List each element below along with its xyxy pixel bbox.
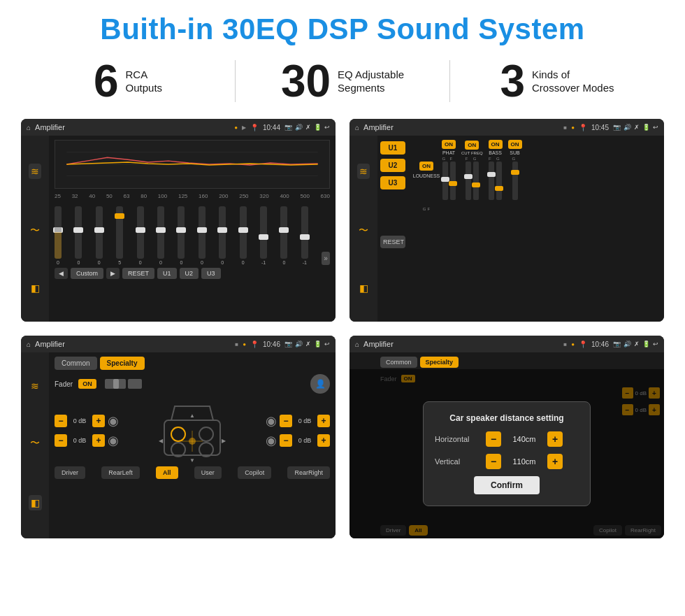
dialog-topbar-title: Amplifier — [363, 340, 559, 348]
db-value-4: 0 dB — [295, 437, 315, 444]
copilot-btn[interactable]: Copilot — [238, 466, 271, 479]
eq-slider-11[interactable]: -1 — [260, 206, 267, 265]
eq-prev-btn[interactable]: ◀ — [55, 268, 68, 279]
sp-wifi-icon: ✗ — [305, 341, 311, 348]
speaker-diagram-row: − 0 dB + ◉ − 0 dB + ◉ — [55, 399, 330, 462]
amp-reset-btn[interactable]: RESET — [380, 236, 405, 248]
amp-speaker-icon[interactable]: ◧ — [359, 282, 368, 294]
amp-eq-icon[interactable]: ≋ — [357, 164, 370, 179]
eq-slider-2[interactable]: 0 — [75, 206, 82, 265]
eq-u2-btn[interactable]: U2 — [180, 268, 199, 279]
profile-btn[interactable]: 👤 — [310, 374, 330, 394]
eq-slider-13[interactable]: -1 — [301, 206, 308, 265]
eq-slider-1[interactable]: 0 — [55, 206, 62, 265]
db-controls-right: ◉ − 0 dB + ◉ − 0 dB + — [266, 413, 330, 448]
horizontal-minus-btn[interactable]: − — [486, 431, 501, 447]
amp-wave-icon[interactable]: 〜 — [359, 224, 368, 237]
dialog-screen: ⌂ Amplifier ■ ● 📍 10:46 📷 🔊 ✗ 🔋 ↩ Comm — [349, 336, 664, 538]
dialog-box: Car speaker distance setting Horizontal … — [423, 401, 591, 506]
eq-slider-9[interactable]: 0 — [219, 206, 226, 265]
user-btn[interactable]: User — [194, 466, 222, 479]
eq-more-btn[interactable]: » — [322, 252, 330, 265]
svg-text:▲: ▲ — [189, 413, 195, 419]
speaker-icon-r: ◉ — [266, 413, 277, 429]
eq-sidebar-speaker-icon[interactable]: ◧ — [31, 282, 40, 294]
db-plus-4[interactable]: + — [317, 434, 330, 447]
phat-name: PHAT — [442, 150, 455, 155]
eq-slider-10[interactable]: 0 — [240, 206, 247, 265]
amp-topbar-icons: 📷 🔊 ✗ 🔋 ↩ — [613, 124, 658, 131]
amp-u1-btn[interactable]: U1 — [380, 141, 405, 155]
amp-content: ≋ 〜 ◧ U1 U2 U3 RESET — [349, 136, 664, 322]
eq-sidebar: ≋ 〜 ◧ — [21, 136, 49, 322]
db-plus-1[interactable]: + — [92, 415, 105, 427]
rearleft-btn[interactable]: RearLeft — [101, 466, 140, 479]
sp-wave-icon[interactable]: 〜 — [30, 437, 40, 450]
vertical-minus-btn[interactable]: − — [486, 454, 501, 469]
amp-status-sq: ■ — [563, 124, 567, 131]
back-icon[interactable]: ↩ — [324, 124, 330, 131]
amp-back-icon[interactable]: ↩ — [653, 124, 658, 131]
driver-btn[interactable]: Driver — [55, 466, 85, 479]
dl-back-icon[interactable]: ↩ — [653, 341, 658, 348]
vertical-plus-btn[interactable]: + — [547, 454, 563, 469]
horizontal-row: Horizontal − 140cm + — [435, 431, 579, 447]
amp-channels: ON LOUDNESS ON PHAT — [408, 136, 664, 322]
rearright-btn[interactable]: RearRight — [287, 466, 330, 479]
db-value-3: 0 dB — [295, 417, 315, 424]
eq-play-btn[interactable]: ▶ — [106, 268, 120, 279]
eq-slider-5[interactable]: 0 — [137, 206, 144, 265]
amp-u2-btn[interactable]: U2 — [380, 159, 405, 172]
amp-status-dot: ● — [571, 124, 575, 131]
common-tab[interactable]: Common — [55, 357, 97, 370]
db-minus-1[interactable]: − — [55, 415, 67, 427]
eq-slider-4[interactable]: 5 — [116, 206, 123, 265]
db-minus-2[interactable]: − — [55, 434, 67, 447]
eq-sidebar-eq-icon[interactable]: ≋ — [29, 164, 41, 179]
amp-u3-btn[interactable]: U3 — [380, 176, 405, 189]
eq-u1-btn[interactable]: U1 — [157, 268, 177, 279]
eq-slider-12[interactable]: 0 — [280, 206, 287, 265]
db-minus-4[interactable]: − — [280, 434, 292, 447]
sp-eq-icon[interactable]: ≋ — [31, 380, 39, 392]
svg-point-5 — [199, 427, 213, 441]
eq-slider-3[interactable]: 0 — [96, 206, 103, 265]
amp-home-icon[interactable]: ⌂ — [355, 124, 359, 131]
eq-slider-6[interactable]: 0 — [157, 206, 164, 265]
eq-freq-labels: 2532405063 80100125160200 25032040050063… — [55, 193, 330, 199]
db-minus-3[interactable]: − — [280, 415, 292, 427]
eq-reset-btn[interactable]: RESET — [122, 268, 154, 279]
db-plus-2[interactable]: + — [92, 434, 105, 447]
all-btn[interactable]: All — [156, 466, 178, 479]
confirm-button[interactable]: Confirm — [474, 476, 540, 494]
eq-slider-8[interactable]: 0 — [199, 206, 206, 265]
db-value-2: 0 dB — [70, 437, 89, 444]
dialog-sq-icon: ■ — [563, 341, 567, 348]
amp-sidebar: ≋ 〜 ◧ — [349, 136, 377, 322]
sp-speaker-icon[interactable]: ◧ — [29, 495, 42, 510]
db-plus-3[interactable]: + — [317, 415, 330, 427]
eq-sidebar-wave-icon[interactable]: 〜 — [30, 224, 40, 237]
speaker-fader-row: Fader ON 👤 — [55, 374, 330, 394]
sp-camera-icon: 📷 — [284, 341, 292, 348]
eq-custom-btn[interactable]: Custom — [71, 268, 103, 279]
amp-topbar-title: Amplifier — [363, 123, 559, 131]
speaker-content: ≋ 〜 ◧ Common Specialty Fader ON — [21, 352, 336, 538]
dialog-topbar-icons: 📷 🔊 ✗ 🔋 ↩ — [613, 341, 658, 348]
eq-slider-7[interactable]: 0 — [178, 206, 185, 265]
eq-content: ≋ 〜 ◧ — [21, 136, 336, 322]
bass-label: ON — [489, 140, 503, 149]
eq-main: 2532405063 80100125160200 25032040050063… — [49, 136, 336, 322]
specialty-tab[interactable]: Specialty — [100, 357, 145, 370]
eq-u3-btn[interactable]: U3 — [201, 268, 221, 279]
horizontal-plus-btn[interactable]: + — [547, 431, 563, 447]
amp-location-icon: 📍 — [579, 124, 587, 131]
speaker-home-icon[interactable]: ⌂ — [27, 341, 31, 348]
amp-screen: ⌂ Amplifier ■ ● 📍 10:45 📷 🔊 ✗ 🔋 ↩ ≋ 〜 — [349, 119, 664, 322]
home-icon[interactable]: ⌂ — [27, 124, 31, 131]
dialog-home-icon[interactable]: ⌂ — [355, 341, 359, 348]
eq-status-dot: ● — [234, 124, 238, 131]
stat-rca-label: RCA Outputs — [126, 68, 163, 95]
sp-back-icon[interactable]: ↩ — [324, 341, 330, 348]
stat-eq-label: EQ Adjustable Segments — [338, 68, 404, 95]
